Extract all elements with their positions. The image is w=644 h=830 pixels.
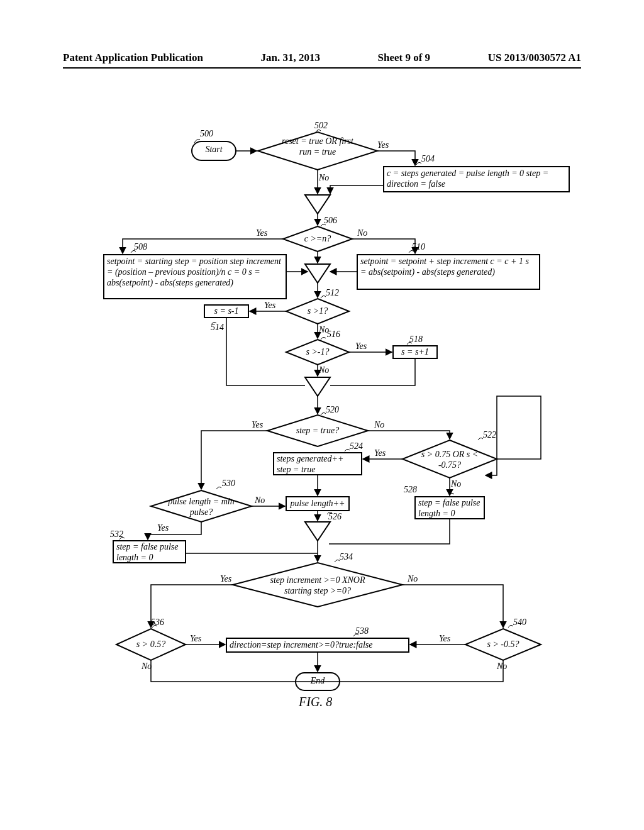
node-512: s >1? [299, 306, 336, 317]
ref-540: 540 [513, 617, 526, 628]
ref-538: 538 [355, 626, 369, 636]
ref-516: 516 [327, 329, 340, 340]
start-label: Start [198, 145, 230, 155]
ref-520: 520 [326, 405, 339, 415]
no-530: No [255, 495, 265, 506]
ref-522: 522 [483, 430, 496, 440]
ref-532: 532 [110, 529, 123, 540]
no-520: No [374, 420, 384, 431]
svg-marker-7 [305, 264, 330, 283]
no-522: No [451, 479, 461, 490]
node-510: setpoint = setpoint + step increment c =… [360, 257, 536, 278]
node-528: step = false pulse length = 0 [418, 498, 481, 519]
ref-510: 510 [412, 242, 425, 252]
yes-536: Yes [190, 634, 201, 645]
yes-520: Yes [252, 420, 263, 431]
svg-marker-12 [305, 377, 330, 396]
yes-502: Yes [377, 140, 389, 151]
ref-536: 536 [151, 617, 164, 628]
ref-526: 526 [328, 512, 341, 522]
node-526: pulse length++ [288, 499, 347, 509]
yes-522: Yes [374, 448, 386, 459]
date-label: Jan. 31, 2013 [261, 52, 320, 64]
node-534: step increment >=0 XNOR starting step >=… [261, 575, 374, 597]
ref-528: 528 [404, 485, 417, 495]
no-516: No [319, 365, 329, 376]
yes-512: Yes [264, 301, 275, 311]
node-540: s > -0.5? [478, 639, 528, 650]
no-536: No [142, 661, 152, 672]
node-514: s = s-1 [206, 306, 247, 317]
page-header: Patent Application Publication Jan. 31, … [63, 52, 581, 69]
end-label: End [302, 676, 333, 687]
yes-540: Yes [439, 634, 450, 645]
node-536: s > 0.5? [126, 639, 176, 650]
node-520: step = true? [286, 426, 349, 436]
ref-502: 502 [314, 121, 328, 131]
figure-caption: FIG. 8 [299, 695, 332, 709]
ref-508: 508 [134, 242, 147, 252]
node-530: pulse length = min pulse? [164, 497, 239, 518]
node-524: steps generated++ step = true [277, 454, 358, 475]
node-508: setpoint = starting step = position step… [107, 257, 283, 288]
svg-marker-20 [305, 522, 330, 541]
node-506: c >=n? [296, 234, 340, 245]
yes-534: Yes [220, 574, 231, 585]
no-540: No [497, 661, 507, 672]
node-516: s >-1? [299, 347, 336, 358]
ref-500: 500 [200, 129, 213, 139]
pub-label: Patent Application Publication [63, 52, 203, 64]
no-534: No [408, 574, 418, 585]
yes-506: Yes [256, 228, 267, 239]
node-532: step = false pulse length = 0 [116, 542, 182, 563]
ref-504: 504 [421, 154, 435, 164]
ref-534: 534 [340, 552, 353, 562]
node-522: s > 0.75 OR s < -0.75? [412, 450, 487, 471]
svg-marker-3 [305, 195, 330, 214]
yes-530: Yes [157, 523, 169, 534]
no-502: No [319, 173, 329, 184]
node-502: reset = true OR first run = true [280, 136, 355, 158]
no-506: No [357, 228, 367, 239]
flowchart: Start reset = true OR first run = true c… [63, 126, 581, 792]
ref-514: 514 [211, 323, 224, 333]
node-538: direction=step increment>=0?true:false [230, 640, 406, 651]
node-504: c = steps generated = pulse length = 0 s… [387, 169, 566, 190]
sheet-label: Sheet 9 of 9 [378, 52, 431, 64]
node-518: s = s+1 [395, 347, 435, 358]
page: Patent Application Publication Jan. 31, … [0, 0, 644, 830]
ref-524: 524 [350, 441, 363, 451]
ref-506: 506 [324, 216, 337, 226]
ref-512: 512 [326, 288, 339, 298]
ref-518: 518 [409, 335, 423, 345]
yes-516: Yes [355, 341, 367, 352]
ref-530: 530 [222, 479, 235, 489]
pubnum-label: US 2013/0030572 A1 [488, 52, 581, 64]
